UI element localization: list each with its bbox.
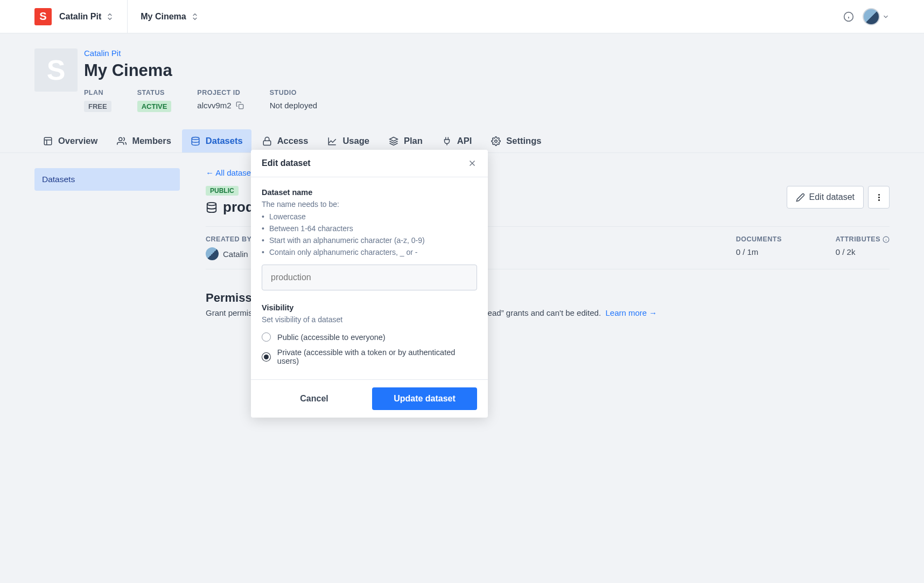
name-rule: Contain only alphanumeric characters, _ … xyxy=(269,246,477,258)
tab-label: Settings xyxy=(506,136,541,146)
database-icon xyxy=(206,202,218,213)
name-rules-list: Lowercase Between 1-64 characters Start … xyxy=(262,211,477,258)
tab-overview[interactable]: Overview xyxy=(34,129,106,152)
copy-icon[interactable] xyxy=(236,101,244,109)
tab-label: API xyxy=(457,136,472,146)
svg-point-12 xyxy=(207,202,216,205)
app-logo[interactable]: S xyxy=(34,8,52,25)
sidebar-item-datasets[interactable]: Datasets xyxy=(34,168,180,191)
name-field-hint: The name needs to be: xyxy=(262,200,477,209)
tab-settings[interactable]: Settings xyxy=(482,129,550,152)
topbar-left: S Catalin Pit xyxy=(34,8,114,25)
sidebar: Datasets xyxy=(34,168,180,317)
breadcrumb[interactable]: Catalin Pit xyxy=(84,48,890,58)
svg-rect-4 xyxy=(44,137,52,145)
database-icon xyxy=(191,136,200,146)
tab-datasets[interactable]: Datasets xyxy=(182,129,251,152)
tab-access[interactable]: Access xyxy=(254,129,317,152)
svg-rect-9 xyxy=(263,141,271,145)
modal-title: Edit dataset xyxy=(262,158,311,168)
topbar-right xyxy=(843,8,890,25)
more-vertical-icon xyxy=(874,193,884,202)
svg-rect-3 xyxy=(239,105,243,109)
edit-dataset-modal: Edit dataset Dataset name The name needs… xyxy=(251,150,488,332)
project-title: My Cinema xyxy=(84,61,890,80)
tab-label: Members xyxy=(132,136,171,146)
dataset-name-input[interactable] xyxy=(262,265,477,290)
chevron-down-icon xyxy=(882,13,890,20)
documents-value: 0 / 1m xyxy=(736,247,782,256)
info-icon[interactable] xyxy=(883,236,890,243)
plan-badge: FREE xyxy=(84,101,111,112)
svg-marker-10 xyxy=(389,137,397,141)
svg-point-8 xyxy=(192,137,199,140)
pencil-icon xyxy=(796,193,805,202)
close-icon[interactable] xyxy=(467,158,477,168)
meta-label-project-id: PROJECT ID xyxy=(197,89,243,96)
project-id-value: alcvv9m2 xyxy=(197,101,231,110)
tab-usage[interactable]: Usage xyxy=(319,129,378,152)
project-switcher[interactable]: My Cinema xyxy=(141,12,199,22)
studio-value: Not deployed xyxy=(270,101,317,110)
meta-label-plan: PLAN xyxy=(84,89,111,96)
lock-icon xyxy=(262,136,272,146)
tab-label: Access xyxy=(277,136,309,146)
creator-avatar xyxy=(206,247,219,260)
visibility-badge: PUBLIC xyxy=(206,186,239,196)
more-actions-button[interactable] xyxy=(868,186,890,209)
status-badge: ACTIVE xyxy=(137,101,172,112)
chart-icon xyxy=(327,136,337,146)
edit-dataset-button[interactable]: Edit dataset xyxy=(787,186,864,209)
name-rule: Start with an alphanumeric character (a-… xyxy=(269,234,477,246)
svg-point-11 xyxy=(495,140,498,142)
project-name: My Cinema xyxy=(141,12,186,22)
svg-point-13 xyxy=(878,194,880,196)
visibility-field-hint: Set visibility of a dataset xyxy=(262,315,477,324)
project-meta: PLAN FREE STATUS ACTIVE PROJECT ID alcvv… xyxy=(84,89,890,112)
org-switcher[interactable]: Catalin Pit xyxy=(59,12,114,22)
tab-members[interactable]: Members xyxy=(108,129,179,152)
topbar: S Catalin Pit My Cinema xyxy=(0,0,924,33)
tab-label: Plan xyxy=(404,136,423,146)
meta-label-documents: DOCUMENTS xyxy=(736,235,782,243)
meta-label-attributes: ATTRIBUTES xyxy=(836,235,880,243)
avatar xyxy=(863,8,880,25)
tab-label: Usage xyxy=(342,136,369,146)
svg-point-14 xyxy=(878,197,880,198)
user-menu[interactable] xyxy=(863,8,890,25)
dashboard-icon xyxy=(43,136,53,146)
attributes-value: 0 / 2k xyxy=(836,247,890,256)
tab-plan[interactable]: Plan xyxy=(380,129,431,152)
tab-label: Datasets xyxy=(206,136,243,146)
meta-label-status: STATUS xyxy=(137,89,172,96)
project-header: S Catalin Pit My Cinema PLAN FREE STATUS… xyxy=(0,33,924,112)
divider xyxy=(127,0,128,33)
visibility-field-label: Visibility xyxy=(262,303,477,312)
selector-icon xyxy=(106,12,114,21)
gear-icon xyxy=(491,136,501,146)
project-avatar: S xyxy=(34,48,78,92)
visibility-option-public[interactable]: Public (accessible to everyone) xyxy=(262,329,477,332)
meta-label-studio: STUDIO xyxy=(270,89,317,96)
layers-icon xyxy=(389,136,398,146)
svg-point-15 xyxy=(878,199,880,201)
edit-button-label: Edit dataset xyxy=(809,192,855,202)
selector-icon xyxy=(191,12,199,21)
plug-icon xyxy=(442,136,452,146)
name-rule: Lowercase xyxy=(269,211,477,223)
tab-label: Overview xyxy=(58,136,97,146)
name-rule: Between 1-64 characters xyxy=(269,223,477,234)
name-field-label: Dataset name xyxy=(262,188,477,197)
users-icon xyxy=(117,136,127,146)
info-icon[interactable] xyxy=(843,11,854,22)
tab-api[interactable]: API xyxy=(433,129,481,152)
learn-more-link[interactable]: Learn more → xyxy=(605,308,657,317)
svg-point-7 xyxy=(119,137,122,141)
org-name: Catalin Pit xyxy=(59,12,101,22)
